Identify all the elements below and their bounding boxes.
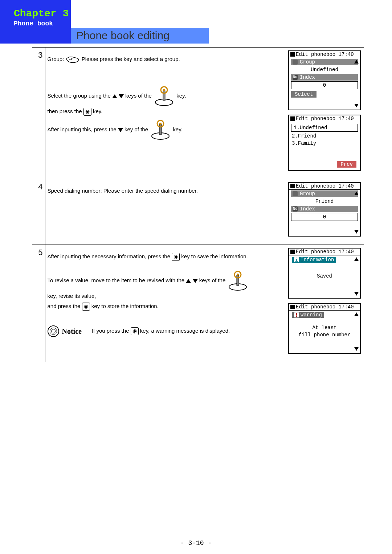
down-arrow-icon <box>118 128 123 132</box>
enter-key-icon: ◉ <box>82 303 90 311</box>
screen-edit-friend: Edit phoneboo 17:40 Group Friend NoIndex… <box>288 182 361 237</box>
svg-rect-9 <box>237 275 239 286</box>
steps-table: 3 Group: Please press the key and select… <box>32 47 364 362</box>
hand-icon <box>66 55 80 64</box>
svg-rect-5 <box>159 124 162 135</box>
group-icon <box>293 191 298 196</box>
notice-label: Notice <box>62 324 82 338</box>
step3-screens: Edit phoneboo 17:40 Group Undefined NoIn… <box>286 48 364 179</box>
info-badge: iInformation <box>292 257 336 263</box>
page-title: Phone book editing <box>76 29 170 42</box>
svg-point-7 <box>159 123 162 125</box>
joystick-icon <box>227 271 249 291</box>
svg-point-3 <box>163 89 165 91</box>
enter-key-icon: ◉ <box>172 253 180 261</box>
warning-badge: !Warning <box>292 312 324 318</box>
joystick-icon <box>153 86 175 106</box>
enter-key-icon: ◉ <box>83 108 91 116</box>
step5-body: After inputting the necessary informatio… <box>45 245 286 362</box>
step4-screens: Edit phoneboo 17:40 Group Friend NoIndex… <box>286 179 364 245</box>
select-button: Select <box>291 91 317 98</box>
screen-saved: Edit phoneboo 17:40 iInformation Saved <box>288 248 361 299</box>
step3-num: 3 <box>32 48 45 179</box>
up-arrow-icon <box>186 279 191 283</box>
section: Phone book <box>14 20 71 27</box>
down-arrow-icon <box>119 94 124 98</box>
index-icon: No <box>293 206 298 212</box>
enter-key-icon: ◉ <box>131 327 139 335</box>
screen-group-list: Edit phoneboo 17:40 1.Undefined 2.Friend… <box>288 115 361 171</box>
group-icon <box>293 59 298 65</box>
chapter: Chapter 3 <box>14 8 71 19</box>
step5-num: 5 <box>32 245 45 362</box>
up-arrow-icon <box>112 94 117 98</box>
notice-icon <box>48 325 59 337</box>
step3-body: Group: Please press the key and select a… <box>45 48 286 179</box>
screen-edit-group: Edit phoneboo 17:40 Group Undefined NoIn… <box>288 50 361 110</box>
down-arrow-icon <box>193 279 198 283</box>
step4-body: Speed dialing number: Please enter the s… <box>45 179 286 245</box>
prev-button: Prev <box>337 161 356 168</box>
step5-screens: Edit phoneboo 17:40 iInformation Saved E… <box>286 245 364 362</box>
joystick-icon <box>150 120 171 140</box>
svg-point-11 <box>237 274 239 276</box>
page-number: - 3-10 - <box>0 539 392 547</box>
svg-rect-1 <box>163 91 165 101</box>
step4-num: 4 <box>32 179 45 245</box>
index-icon: No <box>293 75 298 80</box>
screen-warning: Edit phoneboo 17:40 !Warning At least fi… <box>288 303 361 354</box>
